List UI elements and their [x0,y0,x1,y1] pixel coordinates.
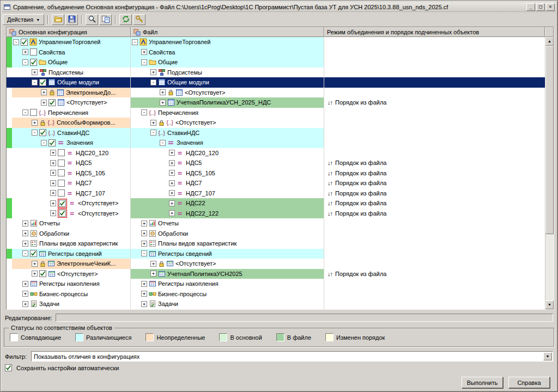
merge-checkbox[interactable] [30,250,37,257]
file-cell[interactable]: +НДС7 [131,178,324,188]
column-header-merge-mode[interactable]: Режим объединения и порядок подчиненных … [324,27,545,37]
file-cell[interactable]: -Общие [131,57,324,68]
main-config-cell[interactable]: -УправлениеТорговлей [12,37,131,47]
tree-row[interactable]: -Значения-Значения [7,138,545,148]
main-config-cell[interactable]: +Свойства [12,47,131,58]
main-config-cell[interactable]: +НДС20_120 [12,148,131,158]
file-cell[interactable]: +<Отсутствует> [131,88,324,98]
file-cell[interactable]: +НДС22 [131,198,324,209]
main-config-cell[interactable]: -Общие модули [12,77,131,88]
tree-row[interactable]: +<Отсутствует>+НДС22_122↓↑Порядок из фай… [7,209,545,219]
collapse-icon[interactable]: - [32,130,38,136]
tree-row[interactable]: -Общие-Общие [7,57,545,68]
expand-icon[interactable]: + [141,241,147,247]
expand-icon[interactable]: + [150,271,156,277]
expand-icon[interactable]: + [169,160,175,166]
tree-row[interactable]: +Регистры накопления+Регистры накопления [7,279,545,289]
tree-row[interactable]: +Обработки+Обработки [7,229,545,239]
merge-checkbox[interactable] [30,48,37,56]
tree-row[interactable]: +НДС20_120+НДС20_120 [7,148,545,158]
merge-checkbox[interactable] [58,160,65,167]
file-cell[interactable]: +НДС5 [131,158,324,168]
merge-checkbox[interactable] [48,139,56,146]
collapse-icon[interactable]: - [150,79,156,85]
file-cell[interactable]: +НДС22_122 [131,209,324,219]
open-file-button[interactable] [52,14,64,25]
expand-icon[interactable]: + [32,69,38,75]
main-config-cell[interactable]: -Значения [12,138,131,148]
main-config-cell[interactable]: +Задачи [12,299,131,309]
expand-icon[interactable]: + [160,100,166,106]
expand-icon[interactable]: + [41,100,47,106]
main-config-cell[interactable]: +Подсистемы [12,68,131,78]
tree-row[interactable]: +НДС5_105+НДС5_105↓↑Порядок из файла [7,168,545,179]
tree-row[interactable]: +<Отсутствует>+УчетнаяПолитикаУСН2025↓↑П… [7,269,545,279]
main-config-cell[interactable]: +Бизнес-процессы [12,289,131,299]
scroll-down-button[interactable]: ▼ [545,301,554,309]
expand-icon[interactable]: + [169,190,175,196]
expand-icon[interactable]: + [22,301,28,307]
file-cell[interactable]: +УчетнаяПолитикаУСН_2025_НДС [131,97,324,108]
expand-icon[interactable]: + [32,261,38,267]
execute-button[interactable]: Выполнить [462,377,503,388]
tree-row[interactable]: +НДС5+НДС5↓↑Порядок из файла [7,158,545,168]
actions-menu-button[interactable]: Действия ▼ [3,14,44,25]
main-config-cell[interactable]: -Регистры сведений [12,249,131,259]
expand-icon[interactable]: + [41,89,47,95]
file-cell[interactable]: +НДС7_107 [131,188,324,199]
expand-icon[interactable]: + [150,261,156,267]
expand-icon[interactable]: + [169,210,175,216]
file-cell[interactable]: +Обработки [131,229,324,239]
merge-checkbox[interactable] [39,270,46,277]
expand-icon[interactable]: + [141,49,147,55]
expand-icon[interactable]: + [169,200,175,206]
refresh-button[interactable] [119,14,132,25]
main-config-cell[interactable]: +Регистры накопления [12,279,131,289]
compare-settings-button[interactable] [86,14,98,25]
main-config-cell[interactable]: +НДС5_105 [12,168,131,179]
tree-row[interactable]: -УправлениеТорговлей-УправлениеТорговлей [7,37,545,47]
file-cell[interactable]: -УправлениеТорговлей [131,37,324,47]
merge-checkbox[interactable] [58,149,65,156]
tree-row[interactable]: +Бизнес-процессы+Бизнес-процессы [7,289,545,299]
main-config-cell[interactable]: -{..}Перечисления [12,108,131,118]
collapse-icon[interactable]: - [22,59,28,65]
file-cell[interactable]: -Значения [131,138,324,148]
merge-checkbox[interactable] [59,210,66,217]
expand-icon[interactable]: + [22,291,28,297]
file-cell[interactable]: +Регистры накопления [131,279,324,289]
expand-icon[interactable]: + [169,150,175,156]
maximize-button[interactable]: □ [536,3,545,11]
tree-row[interactable]: -Общие модули-Общие модули [7,77,545,88]
tree-row[interactable]: +Планы видов характеристик+Планы видов х… [7,238,545,249]
collapse-icon[interactable]: - [141,59,147,65]
tree-row[interactable]: +ЭлектронныеЧекиК...+<Отсутствует> [7,259,545,269]
main-config-cell[interactable]: +Планы видов характеристик [12,238,131,249]
tree-row[interactable]: +<Отсутствует>+УчетнаяПолитикаУСН_2025_Н… [7,97,545,108]
expand-icon[interactable]: + [50,200,56,206]
main-config-cell[interactable]: +НДС7 [12,178,131,188]
main-config-cell[interactable]: +<Отсутствует> [12,209,131,219]
file-cell[interactable]: +Бизнес-процессы [131,289,324,299]
expand-icon[interactable]: + [50,160,56,166]
file-cell[interactable]: +УчетнаяПолитикаУСН2025 [131,269,324,279]
merge-checkbox[interactable] [39,79,46,86]
file-cell[interactable]: +<Отсутствует> [131,259,324,269]
expand-icon[interactable]: + [22,49,28,55]
main-config-cell[interactable]: +{..}СпособыФормиров... [12,118,131,128]
collapse-icon[interactable]: - [22,109,28,115]
expand-icon[interactable]: + [150,69,156,75]
collapse-icon[interactable]: - [32,79,38,85]
collapse-icon[interactable]: - [160,140,166,146]
edit-field[interactable] [56,314,553,322]
file-cell[interactable]: +Планы видов характеристик [131,238,324,249]
tree-row[interactable]: +НДС7_107+НДС7_107↓↑Порядок из файла [7,188,545,199]
merge-checkbox[interactable] [58,189,65,197]
merge-checkbox[interactable] [48,99,56,106]
expand-icon[interactable]: + [169,180,175,186]
collapse-icon[interactable]: - [141,109,147,115]
merge-checkbox[interactable] [30,109,37,116]
expand-icon[interactable]: + [141,291,147,297]
expand-icon[interactable]: + [50,210,56,216]
file-cell[interactable]: +НДС20_120 [131,148,324,158]
